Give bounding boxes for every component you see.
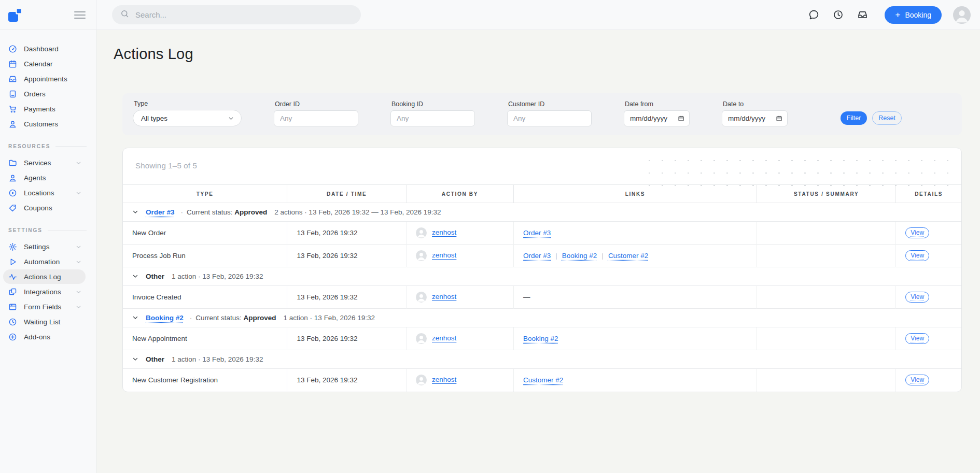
topbar: + Booking: [96, 0, 980, 30]
sidebar-item-customers[interactable]: Customers: [3, 117, 86, 131]
reset-button[interactable]: Reset: [872, 111, 902, 125]
sidebar-nav: DashboardCalendarAppointmentsOrdersPayme…: [0, 30, 96, 355]
chevron-down-icon: [76, 289, 81, 295]
link-booking-2[interactable]: Booking #2: [523, 335, 558, 342]
filter-label: Booking ID: [391, 101, 475, 108]
customers-icon: [8, 120, 17, 128]
sidebar-item-dashboard[interactable]: Dashboard: [3, 41, 86, 56]
action-by-link[interactable]: zenhost: [432, 376, 456, 383]
sidebar-item-integrations[interactable]: Integrations: [3, 284, 86, 299]
link-order-3[interactable]: Order #3: [523, 229, 551, 237]
inbox-icon[interactable]: [857, 9, 868, 20]
avatar: [416, 292, 427, 303]
column-header-status-summary: STATUS / SUMMARY: [757, 185, 895, 203]
view-button[interactable]: View: [905, 227, 929, 238]
sidebar-item-orders[interactable]: Orders: [3, 87, 86, 101]
group-title: Other: [146, 355, 164, 363]
link-customer-2[interactable]: Customer #2: [608, 252, 648, 260]
agents-icon: [8, 174, 17, 182]
sidebar-item-services[interactable]: Services: [3, 155, 86, 170]
calendar-small-icon[interactable]: [678, 115, 684, 122]
user-avatar[interactable]: [953, 6, 971, 24]
filter-field-order-id: Order ID: [274, 101, 358, 126]
action-by-link[interactable]: zenhost: [432, 334, 456, 342]
order-id-input[interactable]: [274, 110, 358, 126]
calendar-icon: [8, 60, 17, 68]
chat-icon[interactable]: [808, 9, 819, 20]
link-customer-2[interactable]: Customer #2: [523, 376, 563, 384]
chevron-down-icon[interactable]: [132, 314, 138, 321]
group-row-other: Other1 action · 13 Feb, 2026 19:32: [123, 350, 961, 369]
actions-log-icon: [8, 273, 17, 281]
sidebar-item-label: Waiting List: [24, 318, 60, 326]
filter-button[interactable]: Filter: [841, 111, 867, 125]
link-booking-2[interactable]: Booking #2: [562, 252, 597, 260]
actions-log-table: TYPEDATE / TIMEACTION BYLINKSSTATUS / SU…: [123, 184, 961, 392]
chevron-down-icon[interactable]: [132, 356, 138, 362]
filter-field-type: TypeAll types: [133, 100, 242, 126]
filter-field-date-from: Date frommm/dd/yyyy: [624, 101, 690, 126]
hamburger-menu-icon[interactable]: [74, 11, 86, 19]
sidebar-item-waiting-list[interactable]: Waiting List: [3, 314, 86, 329]
sidebar-item-label: Customers: [24, 120, 58, 128]
sidebar-item-locations[interactable]: Locations: [3, 185, 86, 200]
sidebar-item-label: Form Fields: [24, 303, 61, 311]
sidebar-item-form-fields[interactable]: Form Fields: [3, 299, 86, 314]
view-button[interactable]: View: [905, 333, 929, 344]
date-from-input[interactable]: mm/dd/yyyy: [624, 110, 690, 126]
sidebar-item-label: Services: [24, 159, 51, 167]
date-to-input[interactable]: mm/dd/yyyy: [722, 110, 788, 126]
select-value: All types: [141, 114, 167, 122]
chevron-down-icon[interactable]: [132, 273, 138, 279]
sidebar-item-appointments[interactable]: Appointments: [3, 71, 86, 86]
payments-icon: [8, 105, 17, 113]
sidebar-item-agents[interactable]: Agents: [3, 170, 86, 185]
group-title-link[interactable]: Order #3: [146, 208, 175, 216]
search-icon: [120, 9, 129, 20]
column-header-details: DETAILS: [896, 185, 961, 203]
sidebar-item-payments[interactable]: Payments: [3, 102, 86, 116]
sidebar-item-label: Settings: [24, 243, 50, 251]
chevron-down-icon: [76, 244, 81, 250]
calendar-small-icon[interactable]: [776, 115, 782, 122]
orders-icon: [8, 90, 17, 98]
column-header-links: LINKS: [514, 185, 757, 203]
customer-id-input[interactable]: [507, 110, 592, 126]
link-order-3[interactable]: Order #3: [523, 252, 551, 260]
type-select[interactable]: All types: [133, 110, 242, 126]
chevron-down-icon: [76, 304, 81, 310]
action-row-new-appointment: New Appointment13 Feb, 2026 19:32zenhost…: [123, 327, 961, 350]
sidebar-item-automation[interactable]: Automation: [3, 254, 86, 269]
group-title-link[interactable]: Booking #2: [146, 314, 184, 322]
chevron-down-icon: [76, 160, 81, 166]
action-by-link[interactable]: zenhost: [432, 293, 456, 300]
view-button[interactable]: View: [905, 375, 929, 385]
filter-field-booking-id: Booking ID: [390, 101, 475, 126]
appointments-icon: [8, 75, 17, 83]
sidebar-item-calendar[interactable]: Calendar: [3, 56, 86, 71]
sidebar-item-actions-log[interactable]: Actions Log: [3, 269, 86, 284]
view-button[interactable]: View: [905, 292, 929, 303]
sidebar-item-add-ons[interactable]: Add-ons: [3, 329, 86, 344]
search-input[interactable]: [135, 10, 353, 19]
filter-bar: TypeAll typesOrder IDBooking IDCustomer …: [122, 93, 962, 135]
search-bar[interactable]: [112, 5, 361, 24]
sidebar-section-settings: SETTINGS: [8, 227, 87, 233]
automation-icon: [8, 257, 17, 266]
sidebar-item-settings[interactable]: Settings: [3, 239, 86, 254]
sidebar-section-resources: RESOURCES: [8, 144, 87, 149]
history-icon[interactable]: [833, 9, 844, 20]
coupons-icon: [8, 204, 17, 212]
locations-icon: [8, 189, 17, 197]
filter-label: Customer ID: [508, 101, 592, 108]
view-button[interactable]: View: [905, 250, 929, 261]
action-by-link[interactable]: zenhost: [432, 228, 456, 236]
avatar: [416, 250, 427, 261]
action-by-link[interactable]: zenhost: [432, 251, 456, 259]
chevron-down-icon[interactable]: [132, 209, 138, 215]
sidebar-item-coupons[interactable]: Coupons: [3, 200, 86, 215]
add-booking-button[interactable]: + Booking: [885, 6, 942, 24]
booking-id-input[interactable]: [390, 110, 475, 126]
app-logo: [7, 7, 23, 23]
group-meta: 1 action · 13 Feb, 2026 19:32: [172, 273, 263, 280]
